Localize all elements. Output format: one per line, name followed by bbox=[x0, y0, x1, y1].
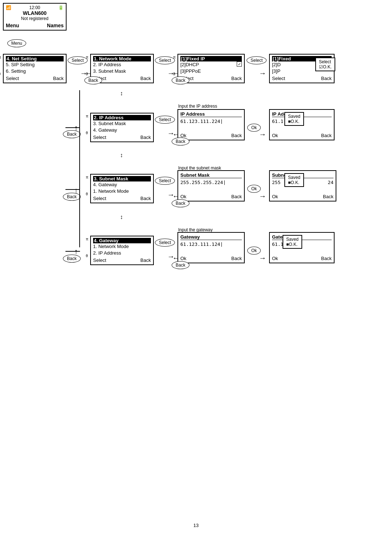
pi-indicator-0-1: π bbox=[0, 55, 1, 59]
menu-item-0-3-2: [3]PPPoE bbox=[180, 68, 242, 75]
theta-indicator-0-1: θ bbox=[0, 72, 1, 76]
select-oval-1-1[interactable]: Select bbox=[155, 116, 175, 124]
ok-label-2-2[interactable]: Ok bbox=[180, 194, 187, 199]
back-button-0-2[interactable]: Back bbox=[84, 76, 102, 84]
menu-button[interactable]: Menu bbox=[7, 39, 26, 47]
names-nav[interactable]: Names bbox=[47, 23, 64, 28]
h-line-row1 bbox=[65, 127, 80, 128]
back-button-1-2[interactable]: Back bbox=[172, 137, 189, 145]
back-label-1-2[interactable]: Back bbox=[231, 133, 242, 138]
back-button-row3[interactable]: Back bbox=[63, 255, 81, 263]
back-label-0-2[interactable]: Back bbox=[140, 76, 151, 81]
ok-oval-3-2[interactable]: Ok bbox=[247, 247, 261, 255]
menu-item-1-1-2: 4. Gateway bbox=[93, 127, 151, 133]
ok-label-3-3[interactable]: Ok bbox=[272, 256, 278, 261]
footer-2-2: Ok Back bbox=[180, 194, 242, 199]
back-label-2-1[interactable]: Back bbox=[140, 196, 151, 201]
gateway-value[interactable]: 61.123.111.124| bbox=[180, 241, 242, 249]
back-label-3-3[interactable]: Back bbox=[321, 256, 332, 261]
back-button-3-2[interactable]: Back bbox=[172, 261, 189, 269]
pi-indicator-2-1: π bbox=[86, 175, 88, 179]
ok-button-3-2[interactable]: Ok bbox=[247, 247, 261, 255]
subnet-saved-value: 255 bbox=[272, 180, 280, 187]
select-oval-2-1[interactable]: Select bbox=[155, 177, 175, 185]
back-button-row1[interactable]: Back bbox=[63, 130, 81, 138]
back-button-row2[interactable]: Back bbox=[63, 193, 81, 201]
battery-icon: 🔋 bbox=[58, 5, 64, 10]
footer-2-3: Ok Back bbox=[272, 194, 333, 199]
status-bar: 📶 12:00 🔋 bbox=[6, 5, 64, 10]
dhcp-checkbox: ✓ bbox=[237, 61, 242, 67]
popup-select-0-4[interactable]: Select bbox=[319, 59, 332, 64]
footer-1-2: Ok Back bbox=[180, 133, 242, 138]
back-button-2-2[interactable]: Back bbox=[172, 199, 189, 207]
select-oval-0-2-right[interactable]: Select bbox=[155, 56, 175, 64]
subnet-saved-spacer bbox=[272, 187, 333, 193]
phone-nav: Menu Names bbox=[6, 23, 64, 28]
back-oval-3-2[interactable]: Back bbox=[172, 261, 189, 269]
back-oval-row3[interactable]: Back bbox=[63, 255, 81, 263]
screen-2-1: π θ 3. Subnet Mask 4. Gateway 1. Network… bbox=[90, 174, 154, 203]
back-label-2-3[interactable]: Back bbox=[323, 194, 333, 199]
screen-3-3: Gateway 61.1 Ok Back Saved ■O.K. bbox=[269, 232, 335, 263]
select-button-2-1[interactable]: Select bbox=[155, 177, 175, 185]
screen-1-3: IP Address 61.1 Ok Back Saved ■O.K. bbox=[269, 109, 335, 140]
select-button-0-3-right[interactable]: Select bbox=[247, 56, 267, 64]
back-oval-1-2[interactable]: Back bbox=[172, 137, 189, 145]
back-oval-row2[interactable]: Back bbox=[63, 193, 81, 201]
v-arrow-0-1: ↕ bbox=[120, 90, 123, 97]
menu-button-wrap: Menu bbox=[7, 39, 26, 47]
back-button-0-3[interactable]: Back bbox=[172, 76, 189, 84]
footer-2-1: Select Back bbox=[93, 196, 151, 201]
screen-1-2: IP Address 61.123.111.224| Ok Back bbox=[177, 109, 245, 140]
arrow-left-0-2: ← bbox=[85, 69, 92, 77]
back-oval-2-2[interactable]: Back bbox=[172, 199, 189, 207]
back-label-2-2[interactable]: Back bbox=[231, 194, 242, 199]
select-label-0-1[interactable]: Select bbox=[6, 76, 19, 81]
saved-line2-1-3: ■O.K. bbox=[288, 119, 300, 124]
back-oval-row1[interactable]: Back bbox=[63, 130, 81, 138]
back-label-0-4[interactable]: Back bbox=[321, 76, 332, 81]
ip-value[interactable]: 61.123.111.224| bbox=[180, 119, 242, 126]
back-oval-0-2[interactable]: Back bbox=[84, 76, 102, 84]
subnet-extra-value: 24 bbox=[328, 180, 333, 187]
select-label-3-1[interactable]: Select bbox=[93, 257, 106, 263]
select-label-1-1[interactable]: Select bbox=[93, 135, 106, 140]
saved-popup-3-3: Saved ■O.K. bbox=[283, 235, 302, 249]
select-button-0-1[interactable]: Select bbox=[68, 56, 88, 64]
menu-item-0-3-0: [1]Fixed IP bbox=[180, 56, 242, 61]
popup-ok-0-4[interactable]: ☑O.K. bbox=[319, 64, 332, 69]
back-label-0-1[interactable]: Back bbox=[53, 76, 64, 81]
ok-label-1-3[interactable]: Ok bbox=[272, 133, 278, 138]
ok-label-2-3[interactable]: Ok bbox=[272, 194, 278, 199]
saved-line2-3-3: ■O.K. bbox=[286, 242, 299, 247]
back-label-3-1[interactable]: Back bbox=[140, 257, 151, 263]
menu-nav[interactable]: Menu bbox=[6, 23, 19, 28]
ok-oval-2-2[interactable]: Ok bbox=[247, 185, 261, 193]
subnet-title: Subnet Mask bbox=[180, 172, 242, 178]
page-number: 13 bbox=[193, 523, 199, 528]
subnet-value[interactable]: 255.255.255.224| bbox=[180, 180, 242, 187]
phone-title: WLAN600 bbox=[6, 10, 64, 16]
ok-label-3-2[interactable]: Ok bbox=[180, 256, 187, 261]
select-button-0-2-right[interactable]: Select bbox=[155, 56, 175, 64]
select-button-3-1[interactable]: Select bbox=[155, 239, 175, 247]
select-label-0-4[interactable]: Select bbox=[272, 76, 285, 81]
back-label-0-3[interactable]: Back bbox=[231, 76, 242, 81]
back-label-1-1[interactable]: Back bbox=[140, 135, 151, 140]
pi-indicator-0-3: π bbox=[173, 55, 176, 59]
select-oval-3-1[interactable]: Select bbox=[155, 239, 175, 247]
select-oval-0-1[interactable]: Select bbox=[68, 56, 88, 64]
select-label-2-1[interactable]: Select bbox=[93, 196, 106, 201]
back-label-1-3[interactable]: Back bbox=[321, 133, 332, 138]
pi-indicator-0-2: π bbox=[86, 55, 88, 59]
select-oval-0-3-right[interactable]: Select bbox=[247, 56, 267, 64]
gateway-spacer bbox=[180, 249, 242, 255]
select-button-1-1[interactable]: Select bbox=[155, 116, 175, 124]
footer-1-1: Select Back bbox=[93, 135, 151, 140]
menu-item-0-3-1: [2]DHCP ✓ bbox=[180, 61, 242, 68]
ok-button-2-2[interactable]: Ok bbox=[247, 185, 261, 193]
back-oval-0-3[interactable]: Back bbox=[172, 76, 189, 84]
back-label-3-2[interactable]: Back bbox=[231, 256, 242, 261]
arrow-left-1-2: ← bbox=[172, 130, 180, 139]
